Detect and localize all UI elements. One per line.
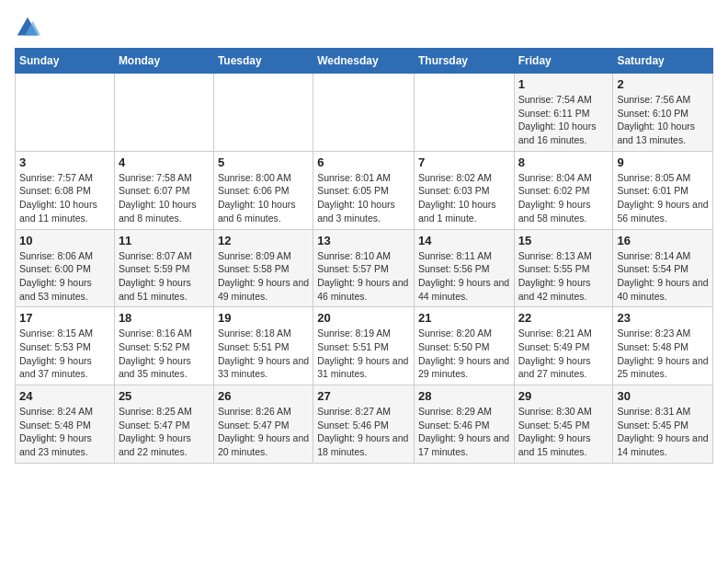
day-cell: 8Sunrise: 8:04 AM Sunset: 6:02 PM Daylig… <box>514 151 613 229</box>
week-row-2: 3Sunrise: 7:57 AM Sunset: 6:08 PM Daylig… <box>16 151 713 229</box>
day-info: Sunrise: 7:54 AM Sunset: 6:11 PM Dayligh… <box>518 93 609 147</box>
day-info: Sunrise: 7:57 AM Sunset: 6:08 PM Dayligh… <box>19 171 110 225</box>
day-header-sunday: Sunday <box>16 49 115 74</box>
day-info: Sunrise: 8:15 AM Sunset: 5:53 PM Dayligh… <box>19 327 110 381</box>
day-number: 12 <box>218 234 309 247</box>
day-cell <box>313 74 415 152</box>
day-number: 15 <box>518 234 609 247</box>
day-cell: 18Sunrise: 8:16 AM Sunset: 5:52 PM Dayli… <box>114 307 213 385</box>
day-info: Sunrise: 8:05 AM Sunset: 6:01 PM Dayligh… <box>617 171 709 225</box>
day-cell <box>213 74 313 152</box>
day-number: 14 <box>418 234 510 247</box>
day-cell: 23Sunrise: 8:23 AM Sunset: 5:48 PM Dayli… <box>613 307 713 385</box>
day-number: 5 <box>218 155 309 169</box>
day-number: 29 <box>518 389 609 403</box>
day-cell: 14Sunrise: 8:11 AM Sunset: 5:56 PM Dayli… <box>414 229 514 307</box>
day-number: 16 <box>617 234 709 247</box>
day-cell: 4Sunrise: 7:58 AM Sunset: 6:07 PM Daylig… <box>114 151 213 229</box>
day-cell <box>16 74 115 152</box>
week-row-5: 24Sunrise: 8:24 AM Sunset: 5:48 PM Dayli… <box>16 385 713 464</box>
day-number: 28 <box>418 389 510 403</box>
day-info: Sunrise: 8:31 AM Sunset: 5:45 PM Dayligh… <box>617 405 709 459</box>
day-info: Sunrise: 8:06 AM Sunset: 6:00 PM Dayligh… <box>19 249 110 304</box>
day-info: Sunrise: 8:24 AM Sunset: 5:48 PM Dayligh… <box>19 405 110 459</box>
day-info: Sunrise: 8:14 AM Sunset: 5:54 PM Dayligh… <box>617 249 709 304</box>
calendar-table: SundayMondayTuesdayWednesdayThursdayFrid… <box>15 48 713 464</box>
day-number: 3 <box>19 155 110 169</box>
day-number: 7 <box>418 155 510 169</box>
day-info: Sunrise: 8:25 AM Sunset: 5:47 PM Dayligh… <box>119 405 210 459</box>
day-header-friday: Friday <box>514 49 613 74</box>
page-header <box>15 15 713 40</box>
day-number: 1 <box>518 77 609 91</box>
logo-icon <box>15 15 40 40</box>
day-number: 2 <box>617 77 709 91</box>
day-cell: 10Sunrise: 8:06 AM Sunset: 6:00 PM Dayli… <box>16 229 115 307</box>
day-number: 30 <box>617 389 709 403</box>
day-info: Sunrise: 8:00 AM Sunset: 6:06 PM Dayligh… <box>218 171 309 225</box>
day-info: Sunrise: 8:20 AM Sunset: 5:50 PM Dayligh… <box>418 327 510 381</box>
day-cell: 30Sunrise: 8:31 AM Sunset: 5:45 PM Dayli… <box>613 385 713 464</box>
day-cell: 15Sunrise: 8:13 AM Sunset: 5:55 PM Dayli… <box>514 229 613 307</box>
day-info: Sunrise: 8:19 AM Sunset: 5:51 PM Dayligh… <box>317 327 410 381</box>
day-cell: 3Sunrise: 7:57 AM Sunset: 6:08 PM Daylig… <box>16 151 115 229</box>
day-cell: 9Sunrise: 8:05 AM Sunset: 6:01 PM Daylig… <box>613 151 713 229</box>
day-header-tuesday: Tuesday <box>213 49 313 74</box>
day-info: Sunrise: 8:02 AM Sunset: 6:03 PM Dayligh… <box>418 171 510 225</box>
day-cell: 12Sunrise: 8:09 AM Sunset: 5:58 PM Dayli… <box>213 229 313 307</box>
day-info: Sunrise: 8:18 AM Sunset: 5:51 PM Dayligh… <box>218 327 309 381</box>
day-number: 13 <box>317 234 410 247</box>
day-header-saturday: Saturday <box>613 49 713 74</box>
week-row-3: 10Sunrise: 8:06 AM Sunset: 6:00 PM Dayli… <box>16 229 713 307</box>
day-cell: 6Sunrise: 8:01 AM Sunset: 6:05 PM Daylig… <box>313 151 415 229</box>
day-info: Sunrise: 8:09 AM Sunset: 5:58 PM Dayligh… <box>218 249 309 304</box>
day-number: 11 <box>119 234 210 247</box>
day-info: Sunrise: 8:11 AM Sunset: 5:56 PM Dayligh… <box>418 249 510 304</box>
day-cell: 16Sunrise: 8:14 AM Sunset: 5:54 PM Dayli… <box>613 229 713 307</box>
day-number: 8 <box>518 155 609 169</box>
day-info: Sunrise: 8:10 AM Sunset: 5:57 PM Dayligh… <box>317 249 410 304</box>
day-header-monday: Monday <box>114 49 213 74</box>
logo <box>15 15 44 40</box>
day-cell: 27Sunrise: 8:27 AM Sunset: 5:46 PM Dayli… <box>313 385 415 464</box>
day-cell: 7Sunrise: 8:02 AM Sunset: 6:03 PM Daylig… <box>414 151 514 229</box>
day-cell: 22Sunrise: 8:21 AM Sunset: 5:49 PM Dayli… <box>514 307 613 385</box>
day-cell: 21Sunrise: 8:20 AM Sunset: 5:50 PM Dayli… <box>414 307 514 385</box>
day-number: 10 <box>19 234 110 247</box>
day-info: Sunrise: 8:04 AM Sunset: 6:02 PM Dayligh… <box>518 171 609 225</box>
day-info: Sunrise: 8:07 AM Sunset: 5:59 PM Dayligh… <box>119 249 210 304</box>
day-header-thursday: Thursday <box>414 49 514 74</box>
day-cell: 19Sunrise: 8:18 AM Sunset: 5:51 PM Dayli… <box>213 307 313 385</box>
day-info: Sunrise: 8:30 AM Sunset: 5:45 PM Dayligh… <box>518 405 609 459</box>
day-cell <box>414 74 514 152</box>
day-cell: 13Sunrise: 8:10 AM Sunset: 5:57 PM Dayli… <box>313 229 415 307</box>
day-number: 26 <box>218 389 309 403</box>
day-info: Sunrise: 8:16 AM Sunset: 5:52 PM Dayligh… <box>119 327 210 381</box>
day-info: Sunrise: 8:26 AM Sunset: 5:47 PM Dayligh… <box>218 405 309 459</box>
day-header-wednesday: Wednesday <box>313 49 415 74</box>
week-row-1: 1Sunrise: 7:54 AM Sunset: 6:11 PM Daylig… <box>16 74 713 152</box>
day-number: 19 <box>218 311 309 325</box>
day-cell: 26Sunrise: 8:26 AM Sunset: 5:47 PM Dayli… <box>213 385 313 464</box>
day-info: Sunrise: 8:13 AM Sunset: 5:55 PM Dayligh… <box>518 249 609 304</box>
day-cell: 29Sunrise: 8:30 AM Sunset: 5:45 PM Dayli… <box>514 385 613 464</box>
day-number: 22 <box>518 311 609 325</box>
day-cell: 11Sunrise: 8:07 AM Sunset: 5:59 PM Dayli… <box>114 229 213 307</box>
day-info: Sunrise: 8:23 AM Sunset: 5:48 PM Dayligh… <box>617 327 709 381</box>
day-number: 24 <box>19 389 110 403</box>
day-number: 21 <box>418 311 510 325</box>
day-info: Sunrise: 7:58 AM Sunset: 6:07 PM Dayligh… <box>119 171 210 225</box>
day-cell: 24Sunrise: 8:24 AM Sunset: 5:48 PM Dayli… <box>16 385 115 464</box>
day-cell: 20Sunrise: 8:19 AM Sunset: 5:51 PM Dayli… <box>313 307 415 385</box>
day-cell: 28Sunrise: 8:29 AM Sunset: 5:46 PM Dayli… <box>414 385 514 464</box>
day-cell: 5Sunrise: 8:00 AM Sunset: 6:06 PM Daylig… <box>213 151 313 229</box>
day-info: Sunrise: 8:01 AM Sunset: 6:05 PM Dayligh… <box>317 171 410 225</box>
days-header-row: SundayMondayTuesdayWednesdayThursdayFrid… <box>16 49 713 74</box>
day-info: Sunrise: 8:29 AM Sunset: 5:46 PM Dayligh… <box>418 405 510 459</box>
day-number: 9 <box>617 155 709 169</box>
day-number: 6 <box>317 155 410 169</box>
day-number: 18 <box>119 311 210 325</box>
day-number: 4 <box>119 155 210 169</box>
day-cell: 17Sunrise: 8:15 AM Sunset: 5:53 PM Dayli… <box>16 307 115 385</box>
day-info: Sunrise: 7:56 AM Sunset: 6:10 PM Dayligh… <box>617 93 709 147</box>
